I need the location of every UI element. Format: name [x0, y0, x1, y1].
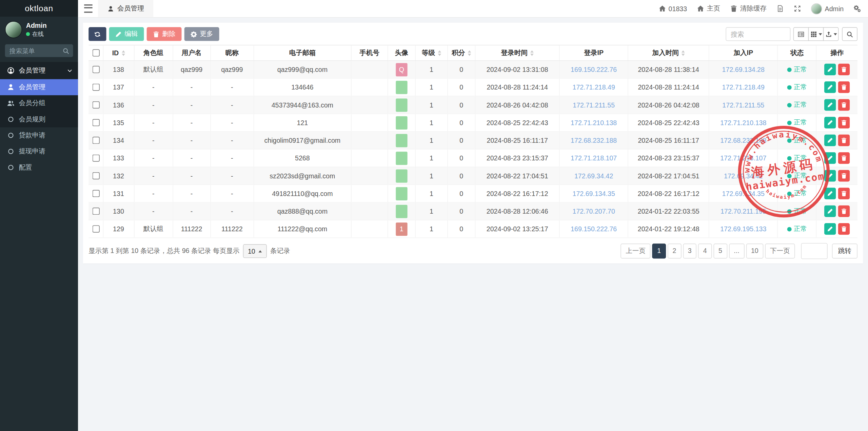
page-button[interactable]: 5 — [713, 243, 727, 258]
login-ip-link[interactable]: 172.71.211.55 — [573, 101, 615, 109]
cell-join-time: 2024-08-25 22:42:43 — [628, 114, 709, 132]
row-checkbox[interactable] — [93, 101, 100, 109]
row-delete-button[interactable] — [838, 152, 850, 164]
row-checkbox[interactable] — [93, 225, 100, 232]
row-delete-button[interactable] — [838, 170, 850, 181]
search-submit-button[interactable] — [842, 27, 857, 41]
join-ip-link[interactable]: 172.71.218.107 — [720, 154, 766, 162]
row-checkbox[interactable] — [93, 190, 100, 197]
clear-cache-button[interactable]: 清除缓存 — [725, 0, 772, 17]
column-header-id[interactable]: ID — [103, 45, 134, 61]
login-ip-link[interactable]: 172.71.218.49 — [573, 83, 615, 91]
select-all-checkbox[interactable] — [92, 49, 99, 56]
login-ip-link[interactable]: 172.69.134.35 — [573, 190, 615, 197]
sidebar-toggle-button[interactable] — [78, 0, 98, 17]
row-edit-button[interactable] — [824, 152, 836, 164]
page-button[interactable]: 2 — [668, 243, 681, 258]
page-jump-button[interactable]: 跳转 — [832, 243, 857, 258]
sidebar-item-member-rules[interactable]: 会员规则 — [0, 111, 78, 127]
row-delete-button[interactable] — [838, 135, 850, 146]
page-button[interactable]: 10 — [746, 243, 763, 258]
settings-button[interactable] — [849, 0, 866, 17]
page-jump-input[interactable] — [801, 243, 827, 259]
more-button[interactable]: 更多 — [184, 27, 219, 41]
row-checkbox[interactable] — [93, 172, 100, 179]
detail-view-button[interactable] — [793, 27, 809, 41]
join-ip-link[interactable]: 172.69.134.28 — [722, 65, 765, 73]
page-button[interactable]: 1 — [652, 243, 666, 258]
sidebar-item-member-groups[interactable]: 会员分组 — [0, 95, 78, 111]
row-delete-button[interactable] — [838, 188, 850, 199]
user-menu[interactable]: Admin — [806, 0, 849, 17]
cell-status: 正常 — [778, 114, 816, 132]
row-edit-button[interactable] — [824, 188, 836, 199]
tab-member-management[interactable]: 会员管理 — [98, 0, 153, 17]
login-ip-link[interactable]: 172.71.218.107 — [571, 154, 617, 162]
refresh-button[interactable] — [88, 27, 106, 41]
join-ip-link[interactable]: 172.69.34.42 — [724, 172, 763, 180]
sidebar-item-member-management-parent[interactable]: 会员管理 — [0, 62, 78, 79]
row-edit-button[interactable] — [824, 170, 836, 181]
row-checkbox[interactable] — [93, 155, 100, 162]
join-ip-link[interactable]: 172.71.218.49 — [722, 83, 765, 91]
row-edit-button[interactable] — [824, 223, 836, 235]
login-ip-link[interactable]: 169.150.222.76 — [571, 65, 617, 73]
row-delete-button[interactable] — [838, 205, 850, 217]
site-id-link[interactable]: 01833 — [654, 0, 692, 17]
row-delete-button[interactable] — [838, 117, 850, 128]
delete-button[interactable]: 删除 — [147, 27, 182, 41]
login-ip-link[interactable]: 172.68.232.188 — [571, 136, 617, 144]
page-size-dropdown[interactable]: 10 — [243, 244, 267, 258]
column-header-login-time[interactable]: 登录时间 — [475, 45, 559, 61]
join-ip-link[interactable]: 172.70.211.195 — [721, 207, 766, 215]
page-button[interactable]: ... — [729, 243, 745, 258]
page-button[interactable]: 下一页 — [765, 244, 795, 259]
join-ip-link[interactable]: 172.68.232.188 — [720, 136, 766, 144]
login-ip-link[interactable]: 172.69.34.42 — [574, 172, 613, 180]
column-header-join-time[interactable]: 加入时间 — [628, 45, 709, 61]
row-checkbox[interactable] — [93, 137, 100, 144]
cell-join-ip: 172.69.34.42 — [709, 167, 778, 184]
column-header-level[interactable]: 等级 — [415, 45, 448, 61]
row-delete-button[interactable] — [838, 99, 850, 111]
row-edit-button[interactable] — [824, 117, 836, 128]
brand-logo[interactable]: oktloan — [0, 0, 78, 17]
join-ip-link[interactable]: 172.71.211.55 — [722, 101, 764, 109]
page-button[interactable]: 3 — [683, 243, 696, 258]
sidebar-item-config[interactable]: 配置 — [0, 159, 78, 175]
login-ip-link[interactable]: 169.150.222.76 — [571, 225, 617, 233]
row-edit-button[interactable] — [824, 64, 836, 75]
row-edit-button[interactable] — [824, 135, 836, 146]
column-header-score[interactable]: 积分 — [448, 45, 475, 61]
row-checkbox[interactable] — [93, 84, 100, 91]
row-checkbox[interactable] — [93, 119, 100, 126]
export-button[interactable] — [823, 27, 839, 41]
pencil-icon — [827, 208, 833, 214]
join-ip-link[interactable]: 172.69.134.35 — [722, 190, 765, 197]
sidebar-item-member-management[interactable]: 会员管理 — [0, 79, 78, 95]
columns-button[interactable] — [808, 27, 824, 41]
row-delete-button[interactable] — [838, 223, 850, 235]
fullscreen-button[interactable] — [789, 0, 806, 17]
join-ip-link[interactable]: 172.71.210.138 — [720, 119, 766, 126]
cell-login-time: 2024-08-28 11:24:14 — [475, 78, 559, 96]
language-button[interactable] — [772, 0, 789, 17]
search-input[interactable] — [726, 27, 790, 41]
row-delete-button[interactable] — [838, 81, 850, 93]
homepage-link[interactable]: 主页 — [692, 0, 725, 17]
row-checkbox[interactable] — [93, 208, 100, 215]
row-checkbox[interactable] — [93, 66, 100, 73]
sidebar-item-loan-apply[interactable]: 贷款申请 — [0, 128, 78, 143]
edit-button[interactable]: 编辑 — [109, 27, 144, 41]
login-ip-link[interactable]: 172.71.210.138 — [571, 119, 617, 126]
login-ip-link[interactable]: 172.70.207.70 — [573, 207, 615, 215]
sidebar-item-withdraw-apply[interactable]: 提现申请 — [0, 143, 78, 159]
row-edit-button[interactable] — [824, 99, 836, 111]
page-button[interactable]: 上一页 — [621, 244, 651, 259]
row-delete-button[interactable] — [838, 64, 850, 75]
row-edit-button[interactable] — [824, 205, 836, 217]
row-edit-button[interactable] — [824, 81, 836, 93]
join-ip-link[interactable]: 172.69.195.133 — [720, 225, 766, 233]
cell-login-time: 2024-08-23 23:15:37 — [475, 149, 559, 167]
page-button[interactable]: 4 — [698, 243, 712, 258]
